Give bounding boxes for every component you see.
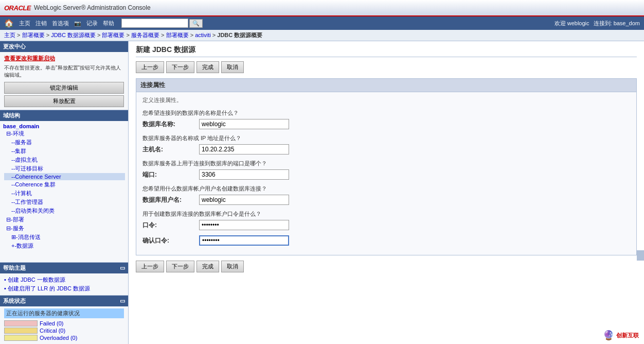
oracle-logo: ORACLE xyxy=(4,4,31,12)
prev-button-bottom[interactable]: 上一步 xyxy=(136,261,164,272)
domain-tree: ⊟-环境 --服务器 --集群 --虚拟主机 --可迁移目标 --Coheren… xyxy=(3,129,125,250)
nav-link-preferences[interactable]: 首选项 xyxy=(52,20,69,27)
finish-button-top[interactable]: 完成 xyxy=(196,61,219,73)
domain-structure-section: 域结构 base_domain ⊟-环境 --服务器 --集群 --虚拟主机 -… xyxy=(0,110,128,263)
tree-item-datasource[interactable]: +-数据源 xyxy=(4,242,125,250)
section-description: 定义连接属性。 xyxy=(142,96,630,104)
form-group-port: 数据库服务器上用于连接到数据库的端口是哪个？ 端口: xyxy=(142,160,630,180)
status-collapse-icon[interactable]: ▭ xyxy=(120,298,125,304)
password-input[interactable] xyxy=(199,220,289,230)
next-button-bottom[interactable]: 下一步 xyxy=(166,261,194,272)
tree-item-servers[interactable]: --服务器 xyxy=(4,138,125,147)
brand-text: 创新互联 xyxy=(616,332,639,339)
overloaded-link[interactable]: Overloaded (0) xyxy=(40,335,77,341)
status-critical-row: Critical (0) xyxy=(4,328,124,334)
breadcrumb-activiti[interactable]: activiti xyxy=(195,32,211,38)
system-status-content: 正在运行的服务器的健康状况 Failed (0) Critical (0) Ov… xyxy=(0,306,128,344)
breadcrumb-server[interactable]: 服务器概要 xyxy=(131,32,159,38)
form-group-dbname: 您希望连接到的数据库的名称是什么？ 数据库名称: xyxy=(142,109,630,129)
change-center-section: 更改中心 查看更改和重新启动 不存在暂挂更改。单击"释放配置"按钮可允许其他人编… xyxy=(0,41,128,110)
user-info: 欢迎 weblogic 连接到: base_dom xyxy=(554,20,640,27)
critical-bar xyxy=(4,328,38,334)
tree-item-virtual-hosts[interactable]: --虚拟主机 xyxy=(4,156,125,164)
tree-item-coherence-server[interactable]: --Coherence Server xyxy=(4,173,125,180)
help-themes-section: 帮助主题 ▭ • 创建 JDBC 一般数据源 • 创建启用了 LLR 的 JDB… xyxy=(0,263,128,296)
page-title: 新建 JDBC 数据源 xyxy=(136,45,637,57)
connected-text: 连接到: base_dom xyxy=(594,20,640,27)
dbname-input[interactable] xyxy=(199,119,289,129)
password-question: 用于创建数据库连接的数据库帐户口令是什么？ xyxy=(142,210,630,218)
breadcrumb-jdbc[interactable]: JDBC 数据源概要 xyxy=(51,32,96,38)
tree-item-environment[interactable]: ⊟-环境 xyxy=(4,129,125,138)
tree-item-services[interactable]: ⊟-服务 xyxy=(4,224,125,233)
tree-item-coherence-cluster[interactable]: --Coherence 集群 xyxy=(4,180,125,189)
search-input[interactable] xyxy=(121,19,188,28)
tree-item-deployments[interactable]: ⊟-部署 xyxy=(4,215,125,224)
dbname-label: 数据库名称: xyxy=(142,120,194,129)
tree-item-startup-classes[interactable]: --启动类和关闭类 xyxy=(4,207,125,215)
top-navigation: 🏠 主页 注销 首选项 📷 记录 帮助 🔍 欢迎 weblogic 连接到: b… xyxy=(0,16,644,30)
lock-edit-button[interactable]: 锁定并编辑 xyxy=(4,82,124,94)
dbuser-input[interactable] xyxy=(199,195,289,205)
release-config-button[interactable]: 释放配置 xyxy=(4,95,124,107)
domain-structure-title: 域结构 xyxy=(0,110,128,121)
breadcrumb-home[interactable]: 主页 xyxy=(4,32,15,38)
breadcrumb-deploy3[interactable]: 部署概要 xyxy=(166,32,189,38)
dbname-question: 您希望连接到的数据库的名称是什么？ xyxy=(142,109,630,117)
breadcrumb-deploy1[interactable]: 部署概要 xyxy=(22,32,45,38)
next-button-top[interactable]: 下一步 xyxy=(166,61,194,73)
change-center-title: 更改中心 xyxy=(0,41,128,52)
failed-link[interactable]: Failed (0) xyxy=(40,320,63,326)
confirm-password-input[interactable] xyxy=(199,235,289,246)
help-collapse-icon[interactable]: ▭ xyxy=(120,265,125,271)
dbuser-question: 您希望用什么数据库帐户用户名创建数据库连接？ xyxy=(142,185,630,193)
home-icon[interactable]: 🏠 xyxy=(4,19,14,28)
tree-item-machines[interactable]: --计算机 xyxy=(4,189,125,198)
form-group-host: 数据库服务器的名称或 IP 地址是什么？ 主机名: xyxy=(142,134,630,154)
tree-item-clusters[interactable]: --集群 xyxy=(4,147,125,156)
system-status-header: 系统状态 ▭ xyxy=(0,296,128,306)
search-button[interactable]: 🔍 xyxy=(189,19,203,28)
cancel-button-bottom[interactable]: 取消 xyxy=(221,261,244,272)
nav-link-help[interactable]: 帮助 xyxy=(103,20,114,27)
nav-link-home[interactable]: 主页 xyxy=(19,20,30,27)
finish-button-bottom[interactable]: 完成 xyxy=(196,261,219,272)
password-label: 口令: xyxy=(142,221,194,230)
help-link-create-jdbc[interactable]: • 创建 JDBC 一般数据源 xyxy=(4,276,124,284)
overloaded-bar xyxy=(4,335,38,341)
host-question: 数据库服务器的名称或 IP 地址是什么？ xyxy=(142,134,630,142)
brand-icon: 🔮 xyxy=(603,330,614,341)
cancel-button-top[interactable]: 取消 xyxy=(221,61,244,73)
port-input[interactable] xyxy=(199,169,289,180)
dbuser-label: 数据库用户名: xyxy=(142,196,194,204)
connection-properties-section: 连接属性 定义连接属性。 您希望连接到的数据库的名称是什么？ 数据库名称: 数据… xyxy=(136,78,637,255)
tree-item-work-managers[interactable]: --工作管理器 xyxy=(4,198,125,207)
port-label: 端口: xyxy=(142,170,194,179)
help-links-container: • 创建 JDBC 一般数据源 • 创建启用了 LLR 的 JDBC 数据源 xyxy=(0,273,128,295)
form-group-password: 用于创建数据库连接的数据库帐户口令是什么？ 口令: xyxy=(142,210,630,230)
app-header: ORACLE WebLogic Server® Administration C… xyxy=(0,0,644,16)
status-failed-row: Failed (0) xyxy=(4,320,124,326)
bottom-brand: 🔮 创新互联 xyxy=(603,330,639,341)
system-status-section: 系统状态 ▭ 正在运行的服务器的健康状况 Failed (0) Critical… xyxy=(0,296,128,344)
form-group-dbuser: 您希望用什么数据库帐户用户名创建数据库连接？ 数据库用户名: xyxy=(142,185,630,205)
nav-link-logout[interactable]: 注销 xyxy=(35,20,47,27)
breadcrumb: 主页 > 部署概要 > JDBC 数据源概要 > 部署概要 > 服务器概要 > … xyxy=(0,30,644,41)
form-group-confirm-password: 确认口令: xyxy=(142,235,630,246)
host-label: 主机名: xyxy=(142,145,194,154)
tree-item-messaging[interactable]: ⊞-消息传送 xyxy=(4,233,125,242)
confirm-password-label: 确认口令: xyxy=(142,236,194,245)
domain-name-link[interactable]: base_domain xyxy=(3,123,39,129)
bottom-button-bar: 上一步 下一步 完成 取消 xyxy=(136,261,637,272)
host-input[interactable] xyxy=(199,144,289,154)
tree-item-migratable-targets[interactable]: --可迁移目标 xyxy=(4,164,125,173)
prev-button-top[interactable]: 上一步 xyxy=(136,61,164,73)
view-changes-link[interactable]: 查看更改和重新启动 xyxy=(4,55,124,62)
change-center-text: 不存在暂挂更改。单击"释放配置"按钮可允许其他人编辑域。 xyxy=(4,64,124,79)
nav-link-record[interactable]: 记录 xyxy=(86,20,98,27)
critical-link[interactable]: Critical (0) xyxy=(40,328,65,334)
breadcrumb-deploy2[interactable]: 部署概要 xyxy=(102,32,124,38)
breadcrumb-current: JDBC 数据源概要 xyxy=(217,32,262,38)
main-content: 新建 JDBC 数据源 上一步 下一步 完成 取消 连接属性 定义连接属性。 您… xyxy=(129,41,644,344)
help-link-create-llr-jdbc[interactable]: • 创建启用了 LLR 的 JDBC 数据源 xyxy=(4,284,124,293)
